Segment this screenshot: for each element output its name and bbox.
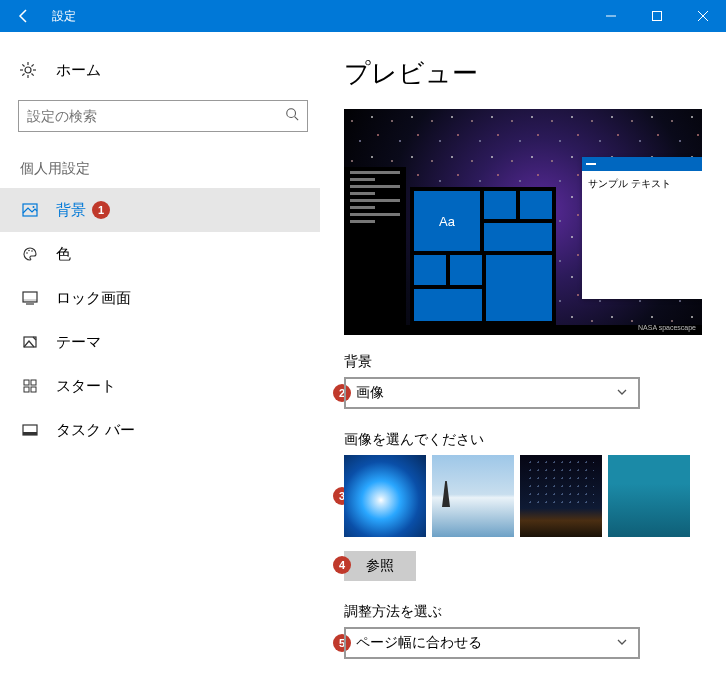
minimize-button[interactable] (588, 0, 634, 32)
search-icon (285, 107, 299, 125)
preview-aa-tile: Aa (414, 191, 480, 251)
chevron-down-icon (616, 635, 628, 651)
search-box[interactable] (18, 100, 308, 132)
sidebar-item-label: タスク バー (56, 421, 135, 440)
sidebar-item-lockscreen[interactable]: ロック画面 (0, 276, 320, 320)
svg-rect-27 (31, 387, 36, 392)
taskbar-icon (20, 422, 40, 438)
sidebar-item-label: テーマ (56, 333, 101, 352)
close-button[interactable] (680, 0, 726, 32)
maximize-button[interactable] (634, 0, 680, 32)
sidebar-item-themes[interactable]: テーマ (0, 320, 320, 364)
sidebar-item-background[interactable]: 背景 1 (0, 188, 320, 232)
svg-line-14 (295, 117, 299, 121)
lockscreen-icon (20, 290, 40, 306)
fit-value: ページ幅に合わせる (356, 634, 482, 652)
svg-point-13 (287, 109, 296, 118)
svg-point-4 (25, 67, 31, 73)
thumbnail-3[interactable] (520, 455, 602, 537)
svg-line-10 (32, 74, 34, 76)
background-value: 画像 (356, 384, 384, 402)
svg-point-19 (31, 250, 33, 252)
sidebar-item-start[interactable]: スタート (0, 364, 320, 408)
search-input[interactable] (27, 108, 285, 124)
titlebar: 設定 (0, 0, 726, 32)
preview-watermark: NASA spacescape (638, 324, 696, 331)
preview-sample-text: サンプル テキスト (582, 171, 702, 299)
main-panel: プレビュー Aa サンプル テキスト (320, 32, 726, 686)
svg-rect-21 (23, 299, 37, 302)
sidebar-item-label: 色 (56, 245, 71, 264)
desktop-preview: Aa サンプル テキスト NASA spacescape (344, 109, 702, 335)
home-label: ホーム (56, 61, 101, 80)
svg-rect-1 (653, 12, 662, 21)
sidebar-item-label: スタート (56, 377, 116, 396)
thumbnail-4[interactable] (608, 455, 690, 537)
sidebar-group-label: 個人用設定 (0, 138, 320, 188)
background-dropdown[interactable]: 画像 (344, 377, 640, 409)
svg-rect-26 (24, 387, 29, 392)
svg-rect-24 (24, 380, 29, 385)
window-title: 設定 (48, 8, 588, 25)
sidebar-item-colors[interactable]: 色 (0, 232, 320, 276)
image-thumbnails: 3 (344, 455, 708, 537)
browse-button[interactable]: 参照 (344, 551, 416, 581)
sidebar-item-label: ロック画面 (56, 289, 131, 308)
svg-rect-25 (31, 380, 36, 385)
thumbnail-2[interactable] (432, 455, 514, 537)
svg-line-9 (22, 64, 24, 66)
home-link[interactable]: ホーム (0, 50, 320, 90)
sidebar-item-taskbar[interactable]: タスク バー (0, 408, 320, 452)
preview-action-center (344, 167, 406, 325)
annotation-badge-1: 1 (92, 201, 110, 219)
sidebar: ホーム 個人用設定 背景 1 色 ロック画面 (0, 32, 320, 686)
annotation-badge-4: 4 (333, 556, 351, 574)
svg-point-18 (28, 250, 30, 252)
svg-line-11 (22, 74, 24, 76)
gear-icon (20, 62, 40, 78)
chevron-down-icon (616, 385, 628, 401)
svg-point-17 (26, 252, 28, 254)
back-button[interactable] (0, 0, 48, 32)
sidebar-item-label: 背景 (56, 201, 86, 220)
theme-icon (20, 334, 40, 350)
picture-icon (20, 202, 40, 218)
preview-start-menu: Aa (410, 187, 556, 325)
svg-line-12 (32, 64, 34, 66)
preview-heading: プレビュー (344, 56, 708, 91)
start-icon (20, 378, 40, 394)
svg-point-16 (33, 206, 35, 208)
fit-dropdown[interactable]: ページ幅に合わせる (344, 627, 640, 659)
choose-image-label: 画像を選んでください (344, 431, 708, 449)
background-label: 背景 (344, 353, 708, 371)
palette-icon (20, 246, 40, 262)
fit-label: 調整方法を選ぶ (344, 603, 708, 621)
thumbnail-1[interactable] (344, 455, 426, 537)
preview-sample-window: サンプル テキスト (582, 157, 702, 299)
svg-rect-29 (23, 432, 37, 435)
